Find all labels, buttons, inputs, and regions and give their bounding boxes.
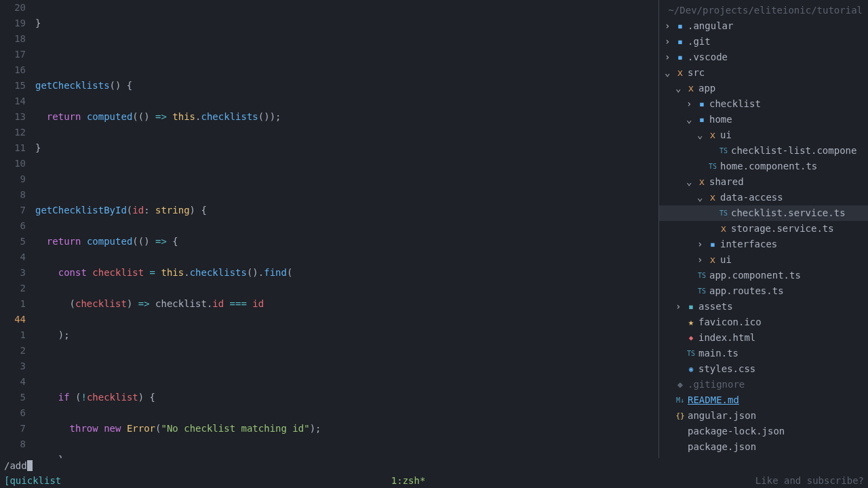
tree-item-readme-md[interactable]: M↓README.md — [659, 392, 868, 408]
tree-item-src[interactable]: ⌄xsrc — [659, 65, 868, 81]
file-name-label: .git — [688, 34, 711, 49]
status-right: Like and subscribe? — [755, 475, 864, 486]
file-icon: ◆ — [674, 377, 686, 392]
file-icon: ▪ — [685, 299, 697, 314]
tree-item--git[interactable]: ›▪.git — [659, 34, 868, 49]
file-icon: TS — [696, 283, 708, 299]
tree-item-checklist[interactable]: ›▪checklist — [659, 96, 868, 112]
file-tree[interactable]: ~/Dev/projects/eliteionic/tutorial ›▪.an… — [659, 0, 868, 458]
tree-item-home[interactable]: ⌄▪home — [659, 112, 868, 127]
file-icon: ▪ — [674, 34, 686, 49]
file-name-label: index.html — [698, 330, 755, 346]
code-content[interactable]: } getChecklists() { return computed(() =… — [33, 0, 658, 458]
file-name-label: package.json — [688, 439, 756, 455]
file-name-label: .angular — [688, 18, 733, 34]
file-icon: TS — [696, 268, 708, 283]
file-icon: ▪ — [696, 112, 708, 127]
file-icon: TS — [717, 205, 730, 221]
file-name-label: ui — [720, 252, 732, 268]
chevron-right-icon: › — [665, 49, 674, 65]
chevron-right-icon: › — [675, 299, 685, 314]
tree-item-favicon-ico[interactable]: ★favicon.ico — [659, 314, 868, 330]
project-path: ~/Dev/projects/eliteionic/tutorial — [659, 3, 868, 18]
file-icon: x — [707, 127, 719, 143]
search-text: /add — [4, 460, 27, 471]
tree-item-data-access[interactable]: ⌄xdata-access — [659, 190, 868, 205]
file-name-label: app.component.ts — [709, 268, 801, 283]
file-name-label: package-lock.json — [688, 424, 785, 439]
chevron-down-icon: ⌄ — [665, 65, 674, 81]
tree-item--vscode[interactable]: ›▪.vscode — [659, 49, 868, 65]
file-name-label: shared — [709, 174, 744, 190]
file-name-label: checklist.service.ts — [731, 205, 846, 221]
file-icon: {} — [674, 408, 686, 424]
tree-item-styles-css[interactable]: ◉styles.css — [659, 361, 868, 377]
tree-item-assets[interactable]: ›▪assets — [659, 299, 868, 314]
chevron-right-icon: › — [697, 252, 707, 268]
chevron-down-icon: ⌄ — [697, 190, 707, 205]
file-name-label: assets — [698, 299, 733, 314]
tree-item-checklist-service-ts[interactable]: TSchecklist.service.ts — [659, 205, 868, 221]
tree-item-home-component-ts[interactable]: TShome.component.ts — [659, 159, 868, 174]
chevron-down-icon: ⌄ — [697, 127, 707, 143]
chevron-down-icon: ⌄ — [675, 81, 685, 96]
file-icon: ▪ — [707, 237, 719, 252]
file-icon: TS — [707, 159, 719, 174]
file-name-label: storage.service.ts — [731, 221, 834, 237]
file-icon: ▪ — [674, 49, 686, 65]
chevron-down-icon: ⌄ — [686, 112, 696, 127]
status-left: [quicklist — [4, 475, 61, 486]
file-icon: x — [707, 190, 719, 205]
file-name-label: .gitignore — [688, 377, 745, 392]
file-icon: x — [685, 81, 697, 96]
chevron-right-icon: › — [686, 96, 696, 112]
file-icon: x — [696, 174, 708, 190]
tree-item-interfaces[interactable]: ›▪interfaces — [659, 237, 868, 252]
file-name-label: interfaces — [720, 237, 777, 252]
tree-item-app-routes-ts[interactable]: TSapp.routes.ts — [659, 283, 868, 299]
file-name-label: checklist-list.compone — [731, 143, 856, 159]
file-name-label: home — [709, 112, 732, 127]
file-name-label: data-access — [720, 190, 783, 205]
code-editor[interactable]: 2019181716151413121110987654321441234567… — [0, 0, 659, 458]
file-icon: ★ — [685, 314, 697, 330]
file-icon: x — [717, 221, 730, 237]
file-icon: x — [674, 65, 686, 81]
file-name-label: favicon.ico — [698, 314, 762, 330]
file-name-label: app.routes.ts — [709, 283, 784, 299]
file-name-label: home.component.ts — [720, 159, 817, 174]
tree-item-ui[interactable]: ⌄xui — [659, 127, 868, 143]
status-center: 1:zsh* — [391, 475, 426, 486]
file-icon: TS — [717, 143, 730, 159]
tree-item-checklist-list-compone[interactable]: TSchecklist-list.compone — [659, 143, 868, 159]
tree-item--gitignore[interactable]: ◆.gitignore — [659, 377, 868, 392]
tree-items: ›▪.angular›▪.git›▪.vscode⌄xsrc⌄xapp›▪che… — [659, 18, 868, 455]
search-line[interactable]: /add — [0, 458, 868, 473]
tree-item-app[interactable]: ⌄xapp — [659, 81, 868, 96]
tree-item-app-component-ts[interactable]: TSapp.component.ts — [659, 268, 868, 283]
tree-item-storage-service-ts[interactable]: xstorage.service.ts — [659, 221, 868, 237]
file-icon: TS — [685, 346, 697, 361]
tree-item--angular[interactable]: ›▪.angular — [659, 18, 868, 34]
cursor-icon — [27, 460, 33, 471]
file-name-label: ui — [720, 127, 732, 143]
file-icon: ◆ — [685, 330, 697, 346]
file-icon: x — [707, 252, 719, 268]
file-name-label: src — [688, 65, 705, 81]
chevron-right-icon: › — [665, 34, 674, 49]
file-name-label: angular.json — [688, 408, 756, 424]
file-name-label: README.md — [688, 392, 739, 408]
tree-item-shared[interactable]: ⌄xshared — [659, 174, 868, 190]
tree-item-index-html[interactable]: ◆index.html — [659, 330, 868, 346]
tree-item-ui[interactable]: ›xui — [659, 252, 868, 268]
tree-item-package-lock-json[interactable]: package-lock.json — [659, 424, 868, 439]
file-name-label: styles.css — [698, 361, 755, 377]
tree-item-angular-json[interactable]: {}angular.json — [659, 408, 868, 424]
tree-item-package-json[interactable]: package.json — [659, 439, 868, 455]
file-icon: ▪ — [674, 18, 686, 34]
tree-item-main-ts[interactable]: TSmain.ts — [659, 346, 868, 361]
file-icon: ◉ — [685, 361, 697, 377]
chevron-right-icon: › — [665, 18, 674, 34]
file-icon: ▪ — [696, 96, 708, 112]
file-name-label: checklist — [709, 96, 761, 112]
